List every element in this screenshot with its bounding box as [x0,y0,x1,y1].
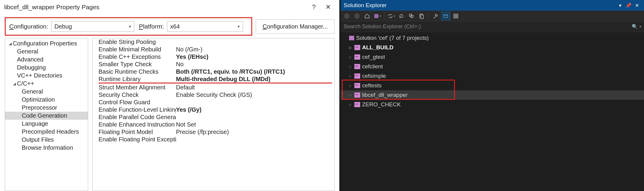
chevron-down-icon: ▾ [238,24,240,29]
back-icon[interactable] [342,12,351,20]
property-row[interactable]: Enable Parallel Code Generation [93,113,334,121]
property-row[interactable]: Enable C++ ExceptionsYes (/EHsc) [93,53,334,61]
configuration-row: Configuration: Debug ▾ Platform: x64 ▾ C… [5,17,335,36]
property-name: Security Check [99,91,176,98]
configuration-label: Configuration: [9,23,48,30]
tree-item-vcdirs[interactable]: VC++ Directories [5,72,88,80]
property-value: Multi-threaded Debug DLL (/MDd) [176,76,332,83]
project-label: ZERO_CHECK [362,101,401,108]
properties-icon[interactable] [431,12,440,20]
property-name: Enable String Pooling [99,39,176,45]
project-node[interactable]: ▷cefclient [341,62,644,71]
solution-explorer-title: Solution Explorer [344,2,616,9]
pin-icon[interactable]: 📌 [624,3,633,8]
expand-arrow-icon[interactable]: ▷ [348,55,353,59]
tree-item-cpp-codegen[interactable]: Code Generation [5,112,88,120]
tree-item-cpp-language[interactable]: Language [5,120,88,128]
solution-icon [349,36,354,40]
solution-explorer-toolbar: ▾ ▾ [341,11,644,21]
tree-item-cpp-output[interactable]: Output Files [5,136,88,144]
property-row[interactable]: Control Flow Guard [93,99,334,106]
expand-arrow-icon[interactable]: ▷ [348,46,353,50]
property-row[interactable]: Smaller Type CheckNo [93,61,334,68]
expand-arrow-icon[interactable]: ▷ [348,84,353,88]
close-panel-icon[interactable]: ✕ [633,3,641,8]
svg-rect-6 [421,15,423,18]
search-dropdown-icon[interactable]: ▾ [640,25,641,28]
project-node[interactable]: ▷cefsimple [341,71,644,81]
close-button[interactable]: ✕ [321,0,335,14]
property-row[interactable]: Runtime LibraryMulti-threaded Debug DLL … [93,75,334,84]
home-icon[interactable] [363,12,372,20]
sync-icon[interactable]: ▾ [387,12,396,20]
property-name: Basic Runtime Checks [99,68,176,75]
svg-rect-7 [444,14,448,18]
preview-icon[interactable] [441,12,450,20]
svg-rect-10 [456,14,458,15]
property-grid[interactable]: Enable String PoolingEnable Minimal Rebu… [92,38,335,191]
search-icon[interactable]: 🔍 [632,24,638,29]
tree-item-advanced[interactable]: Advanced [5,56,88,64]
expand-arrow-icon[interactable]: ▷ [348,93,353,97]
tree-item-cpp-preprocessor[interactable]: Preprocessor [5,104,88,112]
expand-arrow-icon[interactable]: ▷ [348,65,353,69]
configuration-manager-button[interactable]: Configuration Manager... [256,19,335,34]
solution-node[interactable]: Solution 'cef' (7 of 7 projects) [341,33,644,43]
help-button[interactable]: ? [307,0,321,14]
property-value [176,99,332,106]
show-all-files-icon[interactable] [417,12,426,20]
property-row[interactable]: Security CheckEnable Security Check (/GS… [93,91,334,99]
window-dropdown-icon[interactable]: ▾ [616,3,624,8]
property-row[interactable]: Enable Function-Level LinkingYes (/Gy) [93,106,334,113]
property-row[interactable]: Enable Enhanced Instruction SeNot Set [93,121,334,128]
project-node[interactable]: ▷ALL_BUILD [341,43,644,52]
project-node[interactable]: ▷libcef_dll_wrapper [341,90,644,100]
project-icon [354,83,360,88]
property-row[interactable]: Enable String Pooling [93,38,334,46]
tree-item-cpp-optimization[interactable]: Optimization [5,96,88,104]
collapse-all-icon[interactable] [407,12,416,20]
group-icon[interactable] [451,12,460,20]
property-value: Default [176,84,332,91]
property-row[interactable]: Enable Floating Point Exception [93,136,334,143]
property-name: Enable Minimal Rebuild [99,46,176,53]
property-value [176,39,332,45]
project-icon [354,102,360,107]
property-row[interactable]: Basic Runtime ChecksBoth (/RTC1, equiv. … [93,68,334,75]
tree-item-cpp-browse[interactable]: Browse Information [5,144,88,152]
toolbar-separator [428,13,429,19]
tree-item-general[interactable]: General [5,48,88,56]
tree-item-debugging[interactable]: Debugging [5,64,88,72]
platform-value: x64 [170,23,180,30]
property-value: Yes (/Gy) [176,106,332,113]
tree-item-cpp[interactable]: ◢C/C++ [5,80,88,88]
switch-views-icon[interactable]: ▾ [373,12,382,20]
configuration-dropdown[interactable]: Debug ▾ [51,21,134,32]
property-row[interactable]: Struct Member AlignmentDefault [93,84,334,91]
property-name: Enable Parallel Code Generation [99,114,176,121]
solution-explorer-search[interactable]: Search Solution Explorer (Ctrl+;) 🔍 ▾ [341,21,644,32]
property-tree[interactable]: ◢Configuration Properties General Advanc… [5,38,88,191]
project-node[interactable]: ▷cef_gtest [341,52,644,62]
property-row[interactable]: Enable Minimal RebuildNo (/Gm-) [93,46,334,53]
property-name: Struct Member Alignment [99,84,176,91]
tree-item-cpp-pch[interactable]: Precompiled Headers [5,128,88,136]
refresh-icon[interactable] [397,12,406,20]
project-node[interactable]: ▷ZERO_CHECK [341,100,644,109]
property-value: Enable Security Check (/GS) [176,91,332,98]
platform-dropdown[interactable]: x64 ▾ [167,21,243,32]
forward-icon[interactable] [353,12,361,20]
svg-rect-12 [456,16,458,18]
tree-root[interactable]: ◢Configuration Properties [5,40,88,48]
solution-tree[interactable]: Solution 'cef' (7 of 7 projects) ▷ALL_BU… [341,32,644,191]
expand-arrow-icon[interactable]: ▷ [348,74,353,78]
property-value: Yes (/EHsc) [176,53,332,60]
svg-rect-2 [375,14,378,18]
expand-arrow-icon[interactable]: ▷ [348,103,353,107]
property-name: Floating Point Model [99,129,176,135]
tree-item-cpp-general[interactable]: General [5,88,88,96]
property-name: Enable Floating Point Exception [99,136,176,143]
solution-explorer-titlebar: Solution Explorer ▾ 📌 ✕ [341,0,644,11]
project-node[interactable]: ▷ceftests [341,81,644,90]
property-row[interactable]: Floating Point ModelPrecise (/fp:precise… [93,128,334,136]
